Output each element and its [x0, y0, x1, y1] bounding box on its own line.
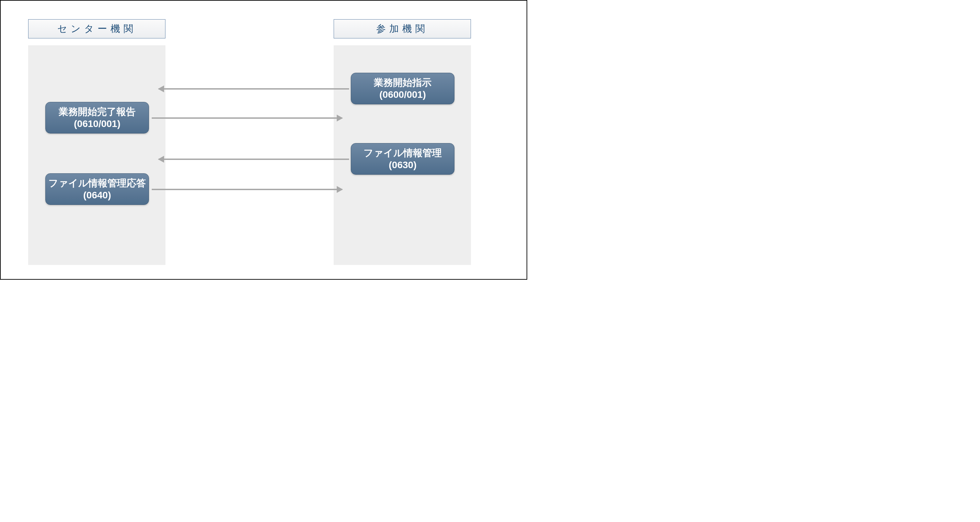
lane-header-participant: 参加機関 [334, 19, 471, 38]
arrow-m2 [152, 117, 342, 119]
diagram-canvas: センター機関 参加機関 業務開始指示 (0600/001) 業務開始完了報告 (… [0, 0, 527, 280]
msg-0600-line2: (0600/001) [379, 89, 426, 100]
msg-0640-line1: ファイル情報管理応答 [48, 177, 146, 189]
msg-0610-line1: 業務開始完了報告 [59, 106, 135, 118]
arrow-m1 [159, 88, 349, 89]
lane-header-center: センター機関 [28, 19, 165, 38]
msg-box-0640: ファイル情報管理応答 (0640) [45, 173, 149, 205]
msg-0640-line2: (0640) [83, 189, 111, 201]
msg-box-0600: 業務開始指示 (0600/001) [351, 73, 455, 104]
msg-0610-line2: (0610/001) [74, 118, 120, 130]
msg-0630-line2: (0630) [389, 159, 417, 171]
msg-0630-line1: ファイル情報管理 [364, 147, 442, 159]
msg-0600-line1: 業務開始指示 [374, 76, 431, 89]
lane-body-center [28, 45, 165, 265]
lane-header-participant-label: 参加機関 [376, 22, 428, 35]
arrow-m3 [159, 159, 349, 160]
lane-header-center-label: センター機関 [57, 22, 137, 35]
msg-box-0610: 業務開始完了報告 (0610/001) [45, 102, 149, 134]
msg-box-0630: ファイル情報管理 (0630) [351, 143, 455, 175]
arrow-m4 [152, 189, 342, 190]
